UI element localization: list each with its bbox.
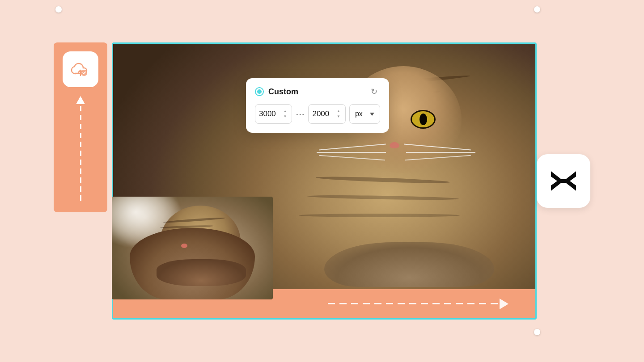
cat-paws: [324, 242, 494, 287]
cloud-upload-icon[interactable]: [63, 51, 98, 87]
radio-button-custom[interactable]: [255, 87, 264, 96]
cat-eye-right: [411, 110, 436, 129]
fur-stripe-6: [299, 214, 460, 217]
corner-handle-tr[interactable]: [534, 6, 540, 13]
svg-rect-1: [560, 179, 567, 183]
width-decrement[interactable]: ▼: [282, 114, 288, 119]
width-increment[interactable]: ▲: [282, 109, 288, 114]
reset-icon[interactable]: ↻: [368, 85, 380, 98]
unit-value: px: [355, 110, 363, 118]
popup-title-area: Custom: [255, 87, 298, 97]
capcut-svg: [547, 168, 580, 194]
popup-header: Custom ↻: [255, 85, 380, 98]
scene: Custom ↻ 3000 ▲ ▼ ⋯ 2000 ▲ ▼ px: [54, 34, 590, 328]
cat-pupil-right: [419, 114, 427, 125]
width-input[interactable]: 3000 ▲ ▼: [255, 104, 292, 124]
height-increment[interactable]: ▲: [335, 109, 342, 114]
cat-nose: [390, 142, 399, 148]
whisker-2: [317, 152, 386, 153]
corner-handle-br[interactable]: [534, 329, 540, 335]
corner-handle-tl[interactable]: [55, 6, 62, 13]
popup-inputs: 3000 ▲ ▼ ⋯ 2000 ▲ ▼ px: [255, 104, 380, 124]
width-value: 3000: [259, 109, 276, 118]
dashed-arrow-right: [328, 299, 508, 309]
resize-popup: Custom ↻ 3000 ▲ ▼ ⋯ 2000 ▲ ▼ px: [246, 78, 389, 133]
cloud-upload-svg: [70, 59, 91, 80]
thumbnail-image: [112, 197, 273, 299]
thumbnail-cat-bg: [112, 197, 273, 299]
left-panel: [54, 42, 107, 212]
width-spinners[interactable]: ▲ ▼: [282, 109, 288, 119]
chevron-down-icon: [370, 113, 374, 116]
height-spinners[interactable]: ▲ ▼: [335, 109, 342, 119]
dashed-vertical-line: [80, 106, 81, 204]
thumb-nose: [181, 244, 187, 248]
height-decrement[interactable]: ▼: [335, 114, 342, 119]
upload-arrow: [76, 96, 85, 204]
unit-dropdown[interactable]: px: [349, 104, 380, 124]
popup-title: Custom: [268, 87, 298, 97]
height-value: 2000: [312, 109, 329, 118]
height-input[interactable]: 2000 ▲ ▼: [308, 104, 345, 124]
whisker-5: [406, 152, 475, 153]
arrow-head-right: [500, 299, 508, 309]
dashed-line: [328, 303, 498, 304]
thumb-paws: [157, 259, 246, 286]
dimension-separator: ⋯: [296, 109, 305, 119]
capcut-logo-icon: [537, 154, 590, 208]
arrow-up-icon: [76, 96, 85, 104]
